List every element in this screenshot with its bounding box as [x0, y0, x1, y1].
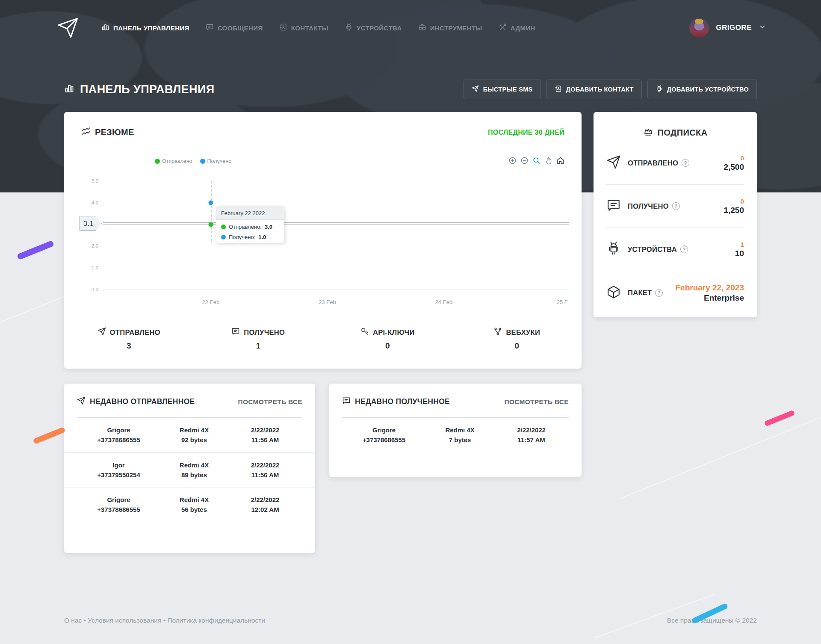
button-label: БЫСТРЫЕ SMS: [483, 86, 533, 93]
view-all-received-link[interactable]: ПОСМОТРЕТЬ ВСЕ: [504, 398, 569, 406]
subscription-label: УСТРОЙСТВА: [628, 245, 677, 254]
user-menu[interactable]: GRIGORE: [689, 18, 766, 38]
contact-name: Grigore: [77, 495, 160, 505]
nav-item-admin[interactable]: АДМИН: [499, 23, 535, 32]
paper-plane-icon: [606, 155, 621, 171]
message-time: 12:02 AM: [228, 505, 302, 514]
message-icon: [231, 327, 240, 337]
summary-card: РЕЗЮМЕ ПОСЛЕДНИЕ 30 ДНЕЙ Отправлено Полу…: [64, 112, 582, 369]
contact-phone: +37378686555: [77, 505, 160, 514]
sent-message-row[interactable]: Grigore+37378686555 Redmi 4X92 bytes 2/2…: [64, 418, 315, 453]
message-size: 92 bytes: [160, 435, 228, 445]
stat-received: ПОЛУЧЕНО 1: [194, 327, 323, 351]
stat-label: API-КЛЮЧИ: [373, 328, 415, 337]
x-tick: 22 Feb: [202, 299, 219, 305]
view-all-sent-link[interactable]: ПОСМОТРЕТЬ ВСЕ: [238, 398, 302, 406]
legend-item-received[interactable]: Получено: [200, 158, 232, 164]
app-logo-paper-plane-icon[interactable]: [57, 17, 79, 39]
subscription-label: ПОЛУЧЕНО: [628, 202, 669, 210]
legend-label: Отправлено: [162, 158, 192, 164]
android-icon: [606, 241, 621, 257]
recently-received-title: НЕДАВНО ПОЛУЧЕННОЕ: [342, 396, 450, 407]
subscription-row-sent: ОТПРАВЛЕНО ? 0 2,500: [606, 142, 744, 185]
nav-item-messages[interactable]: СООБЩЕНИЯ: [206, 23, 263, 32]
selection-zoom-icon[interactable]: [532, 157, 540, 165]
tooltip-title: February 22 2022: [216, 207, 284, 220]
stat-webhooks: ВЕБХУКИ 0: [452, 327, 582, 351]
y-tick: 1.0: [92, 265, 98, 270]
received-message-row[interactable]: Grigore+37378686555 Redmi 4X7 bytes 2/22…: [329, 418, 582, 452]
deco-dash-pink: [764, 410, 795, 427]
subscription-title-text: ПОДПИСКА: [658, 128, 708, 138]
summary-title-text: РЕЗЮМЕ: [95, 127, 134, 137]
x-tick: 25 F: [557, 299, 568, 305]
home-reset-icon[interactable]: [556, 157, 564, 165]
messages-icon: [206, 23, 214, 32]
top-navigation: ПАНЕЛЬ УПРАВЛЕНИЯ СООБЩЕНИЯ КОНТАКТЫ УСТ…: [0, 0, 821, 52]
stat-sent: ОТПРАВЛЕНО 3: [64, 327, 194, 351]
zoom-out-icon[interactable]: [520, 157, 529, 165]
contact-name: Grigore: [342, 425, 426, 435]
nav-item-label: УСТРОЙСТВА: [357, 24, 402, 32]
paper-plane-icon: [77, 396, 86, 407]
summary-stats: ОТПРАВЛЕНО 3 ПОЛУЧЕНО 1 API-КЛЮЧИ 0 ВЕБХ…: [64, 327, 582, 351]
deco-dash-orange: [32, 427, 65, 444]
help-icon[interactable]: ?: [655, 289, 663, 297]
help-icon[interactable]: ?: [672, 202, 680, 210]
nav-items: ПАНЕЛЬ УПРАВЛЕНИЯ СООБЩЕНИЯ КОНТАКТЫ УСТ…: [101, 23, 535, 32]
contact-phone: +37379550254: [77, 470, 160, 480]
nav-item-devices[interactable]: УСТРОЙСТВА: [345, 23, 402, 32]
legend-item-sent[interactable]: Отправлено: [155, 158, 192, 164]
contact-phone: +37378686555: [342, 435, 426, 445]
stat-api-keys: API-КЛЮЧИ 0: [323, 327, 452, 351]
page-title-text: ПАНЕЛЬ УПРАВЛЕНИЯ: [80, 83, 215, 96]
quick-sms-button[interactable]: БЫСТРЫЕ SMS: [464, 80, 541, 99]
subscription-limit: 1,250: [724, 206, 744, 215]
device-name: Redmi 4X: [160, 460, 228, 470]
paper-plane-icon: [97, 327, 106, 337]
device-name: Redmi 4X: [160, 495, 228, 505]
subscription-limit: 10: [735, 249, 744, 258]
dashboard-icon: [64, 83, 74, 95]
webhook-icon: [493, 327, 502, 337]
pan-hand-icon[interactable]: [544, 157, 552, 165]
crosshair-vertical: [211, 181, 212, 242]
help-icon[interactable]: ?: [682, 159, 689, 167]
zoom-in-icon[interactable]: [508, 157, 517, 165]
help-icon[interactable]: ?: [680, 245, 688, 253]
nav-item-label: ПАНЕЛЬ УПРАВЛЕНИЯ: [113, 24, 189, 32]
data-point-received[interactable]: [208, 201, 213, 205]
subscription-card: ПОДПИСКА ОТПРАВЛЕНО ? 0 2,500 ПОЛУЧЕНО ?: [594, 112, 757, 317]
message-date: 2/22/2022: [228, 425, 302, 435]
footer-links[interactable]: О нас • Условия использования • Политика…: [64, 617, 265, 624]
data-point-sent[interactable]: [208, 222, 213, 227]
nav-item-tools[interactable]: ИНСТРУМЕНТЫ: [418, 23, 482, 32]
devices-icon: [345, 23, 353, 32]
message-icon: [606, 198, 621, 214]
chart-toolbar: [508, 157, 564, 165]
nav-item-contacts[interactable]: КОНТАКТЫ: [279, 23, 328, 32]
message-time: 11:56 AM: [228, 435, 302, 445]
chart-plot-area[interactable]: 5.0 4.0 3.0 2.0 1.0 0.0 22 Feb 23 Feb 24…: [103, 181, 569, 290]
contacts-icon: [279, 23, 287, 32]
footer-copyright: Все права защищены © 2022: [667, 617, 757, 624]
sent-message-row[interactable]: Igor+37379550254 Redmi 4X89 bytes 2/22/2…: [64, 453, 315, 488]
stat-label: ВЕБХУКИ: [506, 328, 540, 337]
message-time: 11:56 AM: [228, 470, 302, 480]
nav-item-dashboard[interactable]: ПАНЕЛЬ УПРАВЛЕНИЯ: [101, 23, 189, 32]
sent-message-row[interactable]: Grigore+37378686555 Redmi 4X56 bytes 2/2…: [64, 487, 315, 522]
contacts-icon: [555, 85, 562, 94]
recently-sent-card: НЕДАВНО ОТПРАВЛЕННОЕ ПОСМОТРЕТЬ ВСЕ Grig…: [64, 384, 315, 553]
stat-value: 1: [194, 341, 323, 351]
dashboard-icon: [101, 23, 109, 32]
add-device-button[interactable]: ДОБАВИТЬ УСТРОЙСТВО: [647, 80, 757, 99]
contact-phone: +37378686555: [77, 435, 160, 445]
tooltip-row-sent: Отправлено: 3.0: [216, 220, 284, 230]
recently-sent-title-text: НЕДАВНО ОТПРАВЛЕННОЕ: [90, 397, 195, 406]
page-header: ПАНЕЛЬ УПРАВЛЕНИЯ БЫСТРЫЕ SMS ДОБАВИТЬ К…: [64, 80, 757, 99]
subscription-row-package: ПАКЕТ ? February 22, 2023 Enterprise: [606, 271, 744, 314]
subscription-used: 1: [735, 241, 744, 248]
add-contact-button[interactable]: ДОБАВИТЬ КОНТАКТ: [546, 80, 642, 99]
y-tick: 4.0: [92, 200, 98, 205]
message-icon: [342, 396, 351, 407]
